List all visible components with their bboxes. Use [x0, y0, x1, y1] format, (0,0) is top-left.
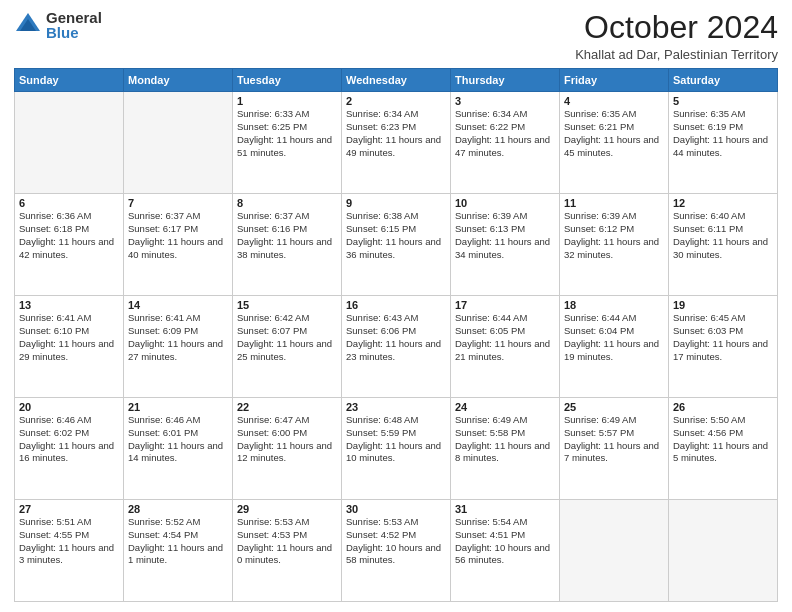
calendar-cell: 17Sunrise: 6:44 AM Sunset: 6:05 PM Dayli…	[451, 296, 560, 398]
calendar-cell: 14Sunrise: 6:41 AM Sunset: 6:09 PM Dayli…	[124, 296, 233, 398]
calendar-cell: 23Sunrise: 6:48 AM Sunset: 5:59 PM Dayli…	[342, 398, 451, 500]
day-info: Sunrise: 6:41 AM Sunset: 6:10 PM Dayligh…	[19, 312, 119, 363]
calendar-cell: 9Sunrise: 6:38 AM Sunset: 6:15 PM Daylig…	[342, 194, 451, 296]
calendar-week-row: 27Sunrise: 5:51 AM Sunset: 4:55 PM Dayli…	[15, 500, 778, 602]
logo-text: General Blue	[46, 10, 102, 40]
calendar-cell: 12Sunrise: 6:40 AM Sunset: 6:11 PM Dayli…	[669, 194, 778, 296]
day-info: Sunrise: 6:40 AM Sunset: 6:11 PM Dayligh…	[673, 210, 773, 261]
page: General Blue October 2024 Khallat ad Dar…	[0, 0, 792, 612]
day-info: Sunrise: 6:37 AM Sunset: 6:16 PM Dayligh…	[237, 210, 337, 261]
calendar-day-header: Friday	[560, 69, 669, 92]
calendar-cell: 26Sunrise: 5:50 AM Sunset: 4:56 PM Dayli…	[669, 398, 778, 500]
calendar-cell: 18Sunrise: 6:44 AM Sunset: 6:04 PM Dayli…	[560, 296, 669, 398]
calendar-body: 1Sunrise: 6:33 AM Sunset: 6:25 PM Daylig…	[15, 92, 778, 602]
calendar-cell: 8Sunrise: 6:37 AM Sunset: 6:16 PM Daylig…	[233, 194, 342, 296]
logo-icon	[14, 11, 42, 39]
calendar-day-header: Thursday	[451, 69, 560, 92]
calendar-day-header: Sunday	[15, 69, 124, 92]
day-number: 7	[128, 197, 228, 209]
day-info: Sunrise: 6:38 AM Sunset: 6:15 PM Dayligh…	[346, 210, 446, 261]
day-info: Sunrise: 5:52 AM Sunset: 4:54 PM Dayligh…	[128, 516, 228, 567]
day-number: 28	[128, 503, 228, 515]
calendar-cell: 19Sunrise: 6:45 AM Sunset: 6:03 PM Dayli…	[669, 296, 778, 398]
calendar-cell	[124, 92, 233, 194]
day-info: Sunrise: 5:54 AM Sunset: 4:51 PM Dayligh…	[455, 516, 555, 567]
day-number: 6	[19, 197, 119, 209]
day-number: 30	[346, 503, 446, 515]
day-info: Sunrise: 6:49 AM Sunset: 5:58 PM Dayligh…	[455, 414, 555, 465]
calendar-cell: 4Sunrise: 6:35 AM Sunset: 6:21 PM Daylig…	[560, 92, 669, 194]
logo: General Blue	[14, 10, 102, 40]
day-info: Sunrise: 6:46 AM Sunset: 6:02 PM Dayligh…	[19, 414, 119, 465]
header: General Blue October 2024 Khallat ad Dar…	[14, 10, 778, 62]
day-number: 16	[346, 299, 446, 311]
day-number: 20	[19, 401, 119, 413]
month-title: October 2024	[575, 10, 778, 45]
calendar-cell	[669, 500, 778, 602]
calendar-week-row: 13Sunrise: 6:41 AM Sunset: 6:10 PM Dayli…	[15, 296, 778, 398]
day-number: 13	[19, 299, 119, 311]
day-info: Sunrise: 6:45 AM Sunset: 6:03 PM Dayligh…	[673, 312, 773, 363]
calendar-header-row: SundayMondayTuesdayWednesdayThursdayFrid…	[15, 69, 778, 92]
calendar-week-row: 1Sunrise: 6:33 AM Sunset: 6:25 PM Daylig…	[15, 92, 778, 194]
day-number: 5	[673, 95, 773, 107]
calendar-table: SundayMondayTuesdayWednesdayThursdayFrid…	[14, 68, 778, 602]
day-info: Sunrise: 5:51 AM Sunset: 4:55 PM Dayligh…	[19, 516, 119, 567]
day-info: Sunrise: 6:44 AM Sunset: 6:04 PM Dayligh…	[564, 312, 664, 363]
day-info: Sunrise: 6:48 AM Sunset: 5:59 PM Dayligh…	[346, 414, 446, 465]
calendar-cell: 20Sunrise: 6:46 AM Sunset: 6:02 PM Dayli…	[15, 398, 124, 500]
day-number: 29	[237, 503, 337, 515]
day-info: Sunrise: 6:34 AM Sunset: 6:23 PM Dayligh…	[346, 108, 446, 159]
calendar-cell: 30Sunrise: 5:53 AM Sunset: 4:52 PM Dayli…	[342, 500, 451, 602]
day-info: Sunrise: 5:53 AM Sunset: 4:53 PM Dayligh…	[237, 516, 337, 567]
calendar-cell	[560, 500, 669, 602]
day-number: 1	[237, 95, 337, 107]
day-info: Sunrise: 6:39 AM Sunset: 6:12 PM Dayligh…	[564, 210, 664, 261]
calendar-cell: 24Sunrise: 6:49 AM Sunset: 5:58 PM Dayli…	[451, 398, 560, 500]
day-info: Sunrise: 6:47 AM Sunset: 6:00 PM Dayligh…	[237, 414, 337, 465]
day-info: Sunrise: 6:37 AM Sunset: 6:17 PM Dayligh…	[128, 210, 228, 261]
calendar-day-header: Monday	[124, 69, 233, 92]
calendar-cell: 7Sunrise: 6:37 AM Sunset: 6:17 PM Daylig…	[124, 194, 233, 296]
day-number: 21	[128, 401, 228, 413]
calendar-cell: 10Sunrise: 6:39 AM Sunset: 6:13 PM Dayli…	[451, 194, 560, 296]
day-number: 22	[237, 401, 337, 413]
day-number: 27	[19, 503, 119, 515]
day-number: 4	[564, 95, 664, 107]
day-info: Sunrise: 6:43 AM Sunset: 6:06 PM Dayligh…	[346, 312, 446, 363]
day-info: Sunrise: 6:49 AM Sunset: 5:57 PM Dayligh…	[564, 414, 664, 465]
day-number: 14	[128, 299, 228, 311]
day-info: Sunrise: 6:36 AM Sunset: 6:18 PM Dayligh…	[19, 210, 119, 261]
calendar-cell: 5Sunrise: 6:35 AM Sunset: 6:19 PM Daylig…	[669, 92, 778, 194]
calendar-cell: 31Sunrise: 5:54 AM Sunset: 4:51 PM Dayli…	[451, 500, 560, 602]
day-info: Sunrise: 6:39 AM Sunset: 6:13 PM Dayligh…	[455, 210, 555, 261]
day-info: Sunrise: 6:41 AM Sunset: 6:09 PM Dayligh…	[128, 312, 228, 363]
day-number: 23	[346, 401, 446, 413]
day-info: Sunrise: 6:42 AM Sunset: 6:07 PM Dayligh…	[237, 312, 337, 363]
day-info: Sunrise: 5:53 AM Sunset: 4:52 PM Dayligh…	[346, 516, 446, 567]
calendar-cell: 15Sunrise: 6:42 AM Sunset: 6:07 PM Dayli…	[233, 296, 342, 398]
calendar-cell: 1Sunrise: 6:33 AM Sunset: 6:25 PM Daylig…	[233, 92, 342, 194]
calendar-day-header: Wednesday	[342, 69, 451, 92]
day-info: Sunrise: 6:44 AM Sunset: 6:05 PM Dayligh…	[455, 312, 555, 363]
day-number: 31	[455, 503, 555, 515]
calendar-day-header: Saturday	[669, 69, 778, 92]
title-block: October 2024 Khallat ad Dar, Palestinian…	[575, 10, 778, 62]
day-number: 9	[346, 197, 446, 209]
calendar-cell: 11Sunrise: 6:39 AM Sunset: 6:12 PM Dayli…	[560, 194, 669, 296]
day-number: 3	[455, 95, 555, 107]
calendar-cell: 21Sunrise: 6:46 AM Sunset: 6:01 PM Dayli…	[124, 398, 233, 500]
logo-blue: Blue	[46, 25, 102, 40]
day-number: 18	[564, 299, 664, 311]
calendar-cell: 16Sunrise: 6:43 AM Sunset: 6:06 PM Dayli…	[342, 296, 451, 398]
day-info: Sunrise: 5:50 AM Sunset: 4:56 PM Dayligh…	[673, 414, 773, 465]
day-info: Sunrise: 6:35 AM Sunset: 6:21 PM Dayligh…	[564, 108, 664, 159]
calendar-week-row: 20Sunrise: 6:46 AM Sunset: 6:02 PM Dayli…	[15, 398, 778, 500]
day-number: 26	[673, 401, 773, 413]
calendar-day-header: Tuesday	[233, 69, 342, 92]
calendar-cell: 25Sunrise: 6:49 AM Sunset: 5:57 PM Dayli…	[560, 398, 669, 500]
day-number: 11	[564, 197, 664, 209]
day-number: 2	[346, 95, 446, 107]
day-number: 8	[237, 197, 337, 209]
day-info: Sunrise: 6:35 AM Sunset: 6:19 PM Dayligh…	[673, 108, 773, 159]
